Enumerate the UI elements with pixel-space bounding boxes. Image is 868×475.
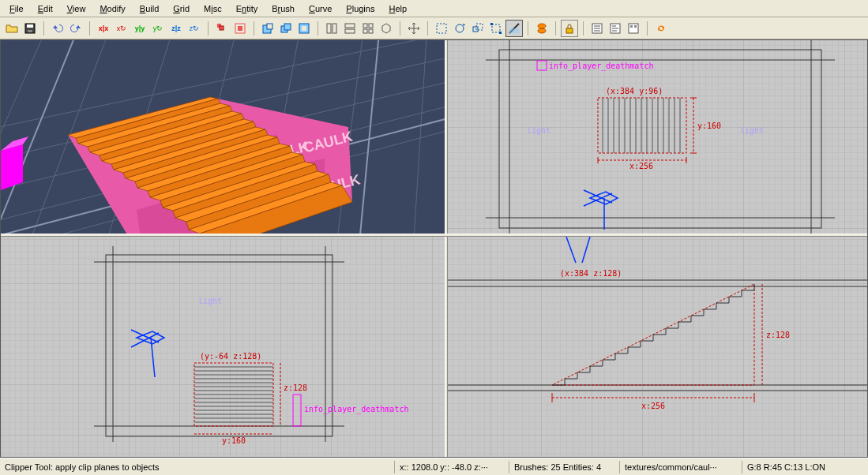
status-coords: x:: 1208.0 y:: -48.0 z:···	[394, 461, 509, 473]
menubar: FFileile Edit View Modify Build Grid Mis…	[0, 0, 868, 17]
hollow-button[interactable]	[295, 20, 313, 37]
status-grid: G:8 R:45 C:13 L:ON	[742, 461, 868, 473]
svg-rect-34	[629, 24, 638, 33]
menu-file[interactable]: FFileile	[3, 2, 30, 15]
console-button[interactable]	[607, 20, 624, 37]
yz-entity: info_player_deathmatch	[304, 405, 408, 414]
roty-button[interactable]: y↻	[149, 20, 167, 37]
svg-line-150	[582, 237, 590, 263]
undo-button[interactable]	[49, 20, 66, 37]
redo-button[interactable]	[67, 20, 85, 37]
statusbar: Clipper Tool: apply clip planes to objec…	[0, 458, 868, 475]
entity-list-button[interactable]	[588, 20, 606, 37]
svg-rect-25	[492, 24, 500, 32]
menu-modify[interactable]: Modify	[93, 2, 131, 15]
svg-marker-52	[1, 144, 23, 190]
svg-point-29	[538, 24, 546, 28]
svg-rect-17	[363, 24, 367, 28]
clipper-button[interactable]	[505, 20, 523, 37]
view-layout1-button[interactable]	[323, 20, 340, 37]
menu-misc[interactable]: Misc	[197, 2, 228, 15]
view-layout3-button[interactable]	[359, 20, 377, 37]
csg-subtract-button[interactable]	[259, 20, 276, 37]
svg-rect-28	[509, 28, 519, 33]
flipx-button[interactable]: x|x	[95, 20, 112, 37]
status-hint: Clipper Tool: apply clip planes to objec…	[0, 461, 394, 473]
xz-dimz: z:128	[766, 331, 790, 339]
svg-rect-112	[537, 61, 547, 70]
svg-rect-31	[566, 28, 573, 33]
light2-label: light	[740, 126, 764, 135]
svg-rect-10	[284, 24, 291, 30]
svg-rect-18	[369, 24, 373, 28]
viewports: CAULK CAULK CAULK CAULK CAULK	[0, 39, 868, 458]
xz-coords: (x:384 z:128)	[560, 269, 622, 278]
menu-edit[interactable]: Edit	[32, 2, 59, 15]
select-button[interactable]	[433, 20, 450, 37]
svg-rect-117	[106, 255, 333, 436]
coords-label: (x:384 y:96)	[606, 87, 663, 95]
svg-rect-85	[499, 50, 821, 228]
dim-x-label: x:256	[629, 162, 653, 170]
yz-dimz: z:128	[284, 383, 307, 392]
svg-rect-12	[302, 26, 306, 31]
scale-button[interactable]	[469, 20, 487, 37]
svg-rect-21	[437, 24, 446, 33]
filter-button[interactable]	[533, 20, 550, 37]
menu-entity[interactable]: Entity	[230, 2, 265, 15]
select-touching-button[interactable]	[213, 20, 231, 37]
texlock-button[interactable]	[561, 20, 578, 37]
cubic-clip-button[interactable]	[378, 20, 395, 37]
open-button[interactable]	[3, 20, 21, 37]
select-inside-button[interactable]	[231, 20, 249, 37]
svg-line-149	[566, 237, 576, 263]
flipy-button[interactable]: y|y	[131, 20, 148, 37]
status-counts: Brushes: 25 Entities: 4	[509, 461, 619, 473]
menu-curve[interactable]: Curve	[302, 2, 338, 15]
viewport-3d[interactable]: CAULK CAULK CAULK CAULK CAULK	[1, 40, 445, 234]
svg-rect-16	[345, 29, 355, 33]
svg-rect-4	[220, 26, 224, 30]
refresh-button[interactable]	[652, 20, 670, 37]
svg-rect-27	[499, 32, 502, 34]
svg-rect-90	[598, 98, 686, 153]
menu-grid[interactable]: Grid	[167, 2, 196, 15]
menu-help[interactable]: Help	[382, 2, 413, 15]
menu-build[interactable]: Build	[133, 2, 165, 15]
entity-label: info_player_deathmatch	[549, 62, 653, 71]
svg-rect-26	[490, 23, 493, 25]
menu-view[interactable]: View	[61, 2, 92, 15]
rotx-button[interactable]: x↻	[113, 20, 130, 37]
svg-line-51	[1, 40, 80, 234]
yz-coords: (y:-64 z:128)	[200, 352, 261, 361]
svg-rect-6	[238, 26, 242, 31]
toolbar: x|x x↻ y|y y↻ z|z z↻	[0, 17, 868, 39]
texture-browser-button[interactable]	[625, 20, 642, 37]
dim-y-label: y:160	[697, 122, 721, 130]
viewport-xy[interactable]: x:256 y:160 (x:384 y:96) info_player_dea…	[448, 40, 867, 234]
translate-button[interactable]	[405, 20, 423, 37]
svg-rect-144	[293, 395, 301, 426]
menu-brush[interactable]: Brush	[265, 2, 301, 15]
svg-rect-23	[473, 27, 478, 32]
csg-merge-button[interactable]	[277, 20, 295, 37]
svg-point-30	[538, 28, 546, 33]
rotz-button[interactable]: z↻	[186, 20, 203, 37]
svg-rect-36	[634, 25, 637, 28]
yz-light-label: light	[198, 297, 222, 305]
viewport-xz[interactable]: (x:384 z:128) z:128 x:256	[448, 237, 867, 457]
menu-plugins[interactable]: Plugins	[340, 2, 381, 15]
view-layout2-button[interactable]	[341, 20, 359, 37]
svg-rect-35	[630, 25, 633, 28]
svg-rect-13	[327, 24, 331, 33]
svg-rect-19	[363, 29, 367, 33]
save-button[interactable]	[21, 20, 39, 37]
resize-button[interactable]	[487, 20, 505, 37]
xz-dimx: x:256	[641, 402, 665, 410]
svg-point-22	[456, 24, 464, 32]
status-texture: textures/common/caul···	[619, 461, 742, 473]
svg-rect-1	[27, 24, 33, 28]
flipz-button[interactable]: z|z	[167, 20, 185, 37]
viewport-yz[interactable]: light (y:-64 z:128) z:128 y:160 info_pla…	[1, 237, 445, 457]
rotate-button[interactable]	[451, 20, 468, 37]
